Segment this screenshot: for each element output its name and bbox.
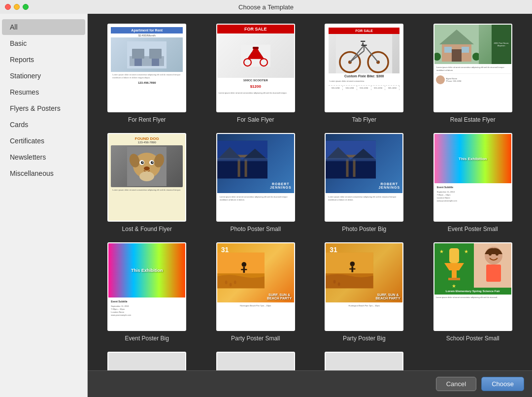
templates-grid: Apartment for Rent $1400/Month: [88, 14, 532, 370]
svg-point-69: [234, 281, 236, 284]
tmpl-par-img-small: 31 SURF, SUN & BEACH PARTY: [217, 243, 294, 302]
template-thumb-placeholder-2: [216, 352, 295, 370]
template-photo-poster-big[interactable]: ROBERT JENNINGS Lorem ipsum dolor sit am…: [315, 133, 414, 232]
child-icon: [474, 243, 512, 288]
template-label-party-small: Party Poster Small: [231, 335, 280, 342]
sidebar-item-resumes[interactable]: Resumes: [2, 84, 85, 100]
tmpl-sch-bottom: Lorem Elementary Spring Science Fair: [434, 288, 511, 295]
minimize-button[interactable]: [14, 4, 20, 10]
tmpl-pp-body-big: Lorem ipsum dolor sit amet consectetur a…: [326, 193, 402, 204]
room-icon: [127, 41, 166, 68]
tmpl-re-agent: Agent NamePhone: 555-1234: [434, 73, 511, 86]
template-event-poster-small[interactable]: This Exhibition Event Subtitle September…: [424, 133, 523, 232]
tmpl-fd-phone: 123-456-7890: [111, 141, 183, 144]
cancel-button[interactable]: Cancel: [436, 377, 476, 391]
svg-rect-60: [326, 158, 376, 161]
sidebar-item-basic[interactable]: Basic: [2, 35, 85, 51]
template-thumb-for-rent: Apartment for Rent $1400/Month: [107, 24, 186, 112]
template-thumb-event-small: This Exhibition Event Subtitle September…: [433, 133, 512, 222]
template-school-poster-small[interactable]: ★ ★ ★: [424, 242, 523, 342]
sidebar-item-newsletters[interactable]: Newsletters: [2, 149, 85, 165]
template-thumb-tab-flyer: FOR SALE: [325, 24, 403, 112]
template-photo-poster-small[interactable]: ROBERT JENNINGS Lorem ipsum dolor sit am…: [206, 133, 305, 232]
sidebar-item-all[interactable]: All: [2, 19, 85, 35]
sidebar-item-stationery[interactable]: Stationery: [2, 68, 85, 84]
tmpl-sch-img-left: ★ ★ ★: [434, 243, 474, 288]
tmpl-pp-body-small: Lorem ipsum dolor sit amet consectetur a…: [217, 193, 294, 204]
svg-rect-66: [241, 269, 247, 270]
tmpl-par-date-big: 31: [330, 246, 337, 253]
template-placeholder-3[interactable]: [315, 352, 414, 370]
template-for-sale-flyer[interactable]: FOR SALE: [206, 24, 305, 123]
content-area: Apartment for Rent $1400/Month: [88, 14, 532, 397]
template-for-rent-flyer[interactable]: Apartment for Rent $1400/Month: [98, 24, 197, 123]
template-party-poster-big[interactable]: 31 SURF, SUN & BEACH PARTY Huntington Be…: [315, 242, 414, 342]
template-party-poster-small[interactable]: 31 SURF, SUN & BEACH PARTY Huntington Be…: [206, 242, 305, 342]
template-real-estate-flyer[interactable]: 4321 First Street, Anytown Lorem ipsum d…: [424, 24, 523, 123]
template-label-school-small: School Poster Small: [446, 335, 499, 342]
tmpl-evb-title: This Exhibition: [129, 266, 165, 275]
template-placeholder-1[interactable]: [98, 352, 197, 370]
template-thumb-party-small: 31 SURF, SUN & BEACH PARTY Huntington Be…: [216, 242, 295, 331]
tmpl-rent-img: [111, 37, 183, 72]
tmpl-pp-img-big: ROBERT JENNINGS: [326, 134, 402, 193]
tmpl-rent-header: Apartment for Rent: [111, 27, 183, 33]
svg-point-41: [144, 166, 150, 170]
svg-rect-79: [449, 248, 459, 263]
svg-point-76: [333, 280, 336, 283]
svg-point-38: [151, 161, 154, 164]
tmpl-ev-details-small: September 11, 20137:30pm – 10pmLocation …: [437, 191, 509, 202]
template-thumb-for-sale: FOR SALE: [216, 24, 295, 112]
tmpl-tab-desc: Lorem ipsum dolor sit amet consectetur.: [329, 79, 399, 83]
svg-point-73: [350, 262, 355, 266]
tmpl-fd-header: FOUND DOG: [111, 136, 183, 141]
svg-rect-45: [217, 160, 267, 178]
svg-point-68: [230, 283, 232, 286]
title-bar: Choose a Template: [0, 0, 532, 14]
template-label-for-sale: For Sale Flyer: [237, 116, 274, 123]
maximize-button[interactable]: [23, 4, 29, 10]
template-placeholder-2[interactable]: [206, 352, 305, 370]
svg-rect-2: [132, 49, 144, 59]
template-event-poster-big[interactable]: This Exhibition Event Subtitle September…: [98, 242, 197, 342]
svg-rect-5: [152, 59, 159, 66]
tmpl-sch-body: Lorem ipsum dolor sit amet consectetur a…: [434, 295, 511, 300]
tmpl-pp-name-small: ROBERT JENNINGS: [267, 182, 294, 189]
choose-button[interactable]: Choose: [481, 377, 524, 391]
sidebar-item-certificates[interactable]: Certificates: [2, 133, 85, 149]
sidebar-item-flyers-posters[interactable]: Flyers & Posters: [2, 100, 85, 116]
tmpl-sale-price: $1200: [217, 83, 294, 90]
svg-rect-3: [149, 49, 162, 59]
tmpl-sale-header: FOR SALE: [217, 25, 294, 33]
close-button[interactable]: [5, 4, 11, 10]
svg-point-39: [142, 162, 143, 163]
template-tab-flyer[interactable]: FOR SALE: [315, 24, 414, 123]
sidebar-item-cards[interactable]: Cards: [2, 117, 85, 132]
house-icon: [434, 25, 479, 64]
tmpl-rent-body: Lorem ipsum dolor sit amet consectetur a…: [111, 72, 183, 80]
tmpl-sch-img-right: [474, 243, 512, 288]
svg-rect-88: [486, 265, 501, 282]
template-lost-found-flyer[interactable]: FOUND DOG 123-456-7890: [98, 133, 197, 232]
template-label-for-rent: For Rent Flyer: [128, 116, 166, 123]
template-label-photo-poster-big: Photo Poster Big: [342, 226, 386, 232]
svg-point-89: [489, 253, 492, 256]
svg-text:★: ★: [464, 249, 468, 254]
tmpl-re-top: 4321 First Street, Anytown: [434, 25, 511, 64]
svg-rect-62: [217, 253, 265, 273]
sidebar-item-reports[interactable]: Reports: [2, 52, 85, 67]
tmpl-par-date-small: 31: [221, 246, 229, 253]
template-thumb-party-big: 31 SURF, SUN & BEACH PARTY Huntington Be…: [325, 242, 403, 331]
svg-point-40: [152, 162, 153, 163]
svg-rect-28: [462, 47, 469, 53]
template-label-real-estate: Real Estate Flyer: [450, 116, 496, 123]
tmpl-re-body: Lorem ipsum dolor sit amet consectetur a…: [434, 64, 511, 73]
lake-icon-small: [217, 133, 267, 189]
tmpl-tab-img: [329, 34, 399, 73]
svg-rect-81: [452, 270, 457, 278]
template-label-photo-poster-small: Photo Poster Small: [230, 226, 281, 232]
sidebar-item-miscellaneous[interactable]: Miscellaneous: [2, 165, 85, 181]
tmpl-par-body-small: Huntington Beach Pier 7pm – 10pm: [217, 302, 294, 309]
svg-text:★: ★: [439, 249, 444, 254]
template-label-lost-found: Lost & Found Flyer: [122, 226, 172, 232]
